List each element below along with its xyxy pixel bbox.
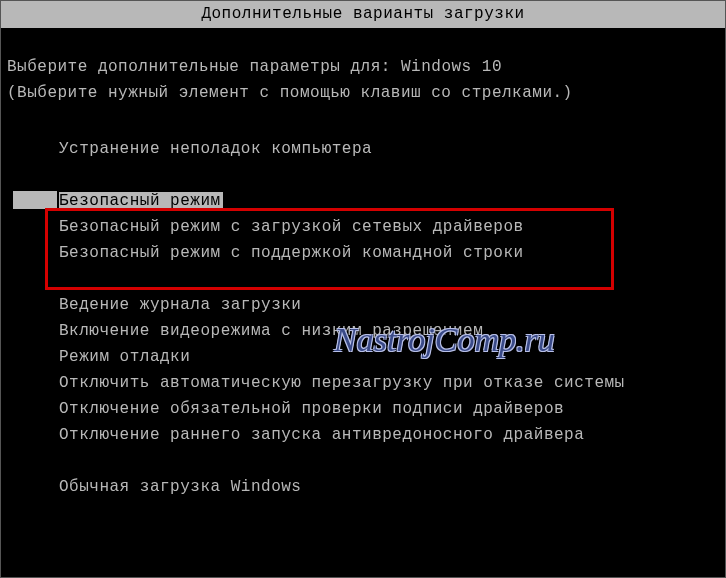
cluster-safe-modes: Безопасный режим Безопасный режим с загр… [7,188,719,266]
option-label: Режим отладки [59,348,190,366]
option-boot-logging[interactable]: Ведение журнала загрузки [7,292,719,318]
option-start-windows-normally[interactable]: Обычная загрузка Windows [7,474,719,500]
option-low-res-video[interactable]: Включение видеорежима с низким разрешени… [7,318,719,344]
option-disable-driver-signature[interactable]: Отключение обязательной проверки подписи… [7,396,719,422]
option-label: Отключение обязательной проверки подписи… [59,400,564,418]
cluster-advanced: Ведение журнала загрузки Включение видео… [7,292,719,448]
option-label: Ведение журнала загрузки [59,296,301,314]
option-label: Включение видеорежима с низким разрешени… [59,322,483,340]
hint-line: (Выберите нужный элемент с помощью клави… [7,80,719,106]
prompt-line: Выберите дополнительные параметры для: W… [7,54,719,80]
cluster-normal: Обычная загрузка Windows [7,474,719,500]
option-label: Отключение раннего запуска антивредоносн… [59,426,584,444]
option-debug-mode[interactable]: Режим отладки [7,344,719,370]
option-disable-early-antimalware[interactable]: Отключение раннего запуска антивредоносн… [7,422,719,448]
cluster-repair: Устранение неполадок компьютера [7,136,719,162]
option-label: Обычная загрузка Windows [59,478,301,496]
os-name: Windows 10 [401,58,502,76]
boot-menu-content: Выберите дополнительные параметры для: W… [1,28,725,500]
option-label: Отключить автоматическую перезагрузку пр… [59,374,625,392]
option-label: Безопасный режим [59,192,223,210]
option-label: Безопасный режим с загрузкой сетевых дра… [59,218,524,236]
option-safe-mode[interactable]: Безопасный режим [7,188,719,214]
option-label: Безопасный режим с поддержкой командной … [59,244,524,262]
option-safe-mode-networking[interactable]: Безопасный режим с загрузкой сетевых дра… [7,214,719,240]
option-repair-computer[interactable]: Устранение неполадок компьютера [7,136,719,162]
option-label: Устранение неполадок компьютера [59,140,372,158]
option-disable-auto-restart[interactable]: Отключить автоматическую перезагрузку пр… [7,370,719,396]
prompt-prefix: Выберите дополнительные параметры для: [7,58,401,76]
screen-title: Дополнительные варианты загрузки [1,1,725,28]
option-safe-mode-command-prompt[interactable]: Безопасный режим с поддержкой командной … [7,240,719,266]
boot-options-list[interactable]: Устранение неполадок компьютера Безопасн… [7,136,719,500]
